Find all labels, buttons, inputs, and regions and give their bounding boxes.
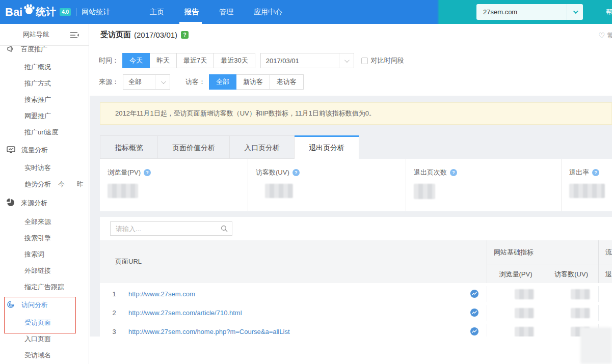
metric-help-icon[interactable]: ?	[292, 169, 300, 176]
baidu-tongji-logo[interactable]: Bai 统计 4.0 网站统计	[5, 0, 110, 24]
site-selector-chevron-box[interactable]	[567, 4, 583, 20]
table-row: 3 http://www.27sem.com/home.php?m=Course…	[100, 324, 612, 337]
censored-cell-value	[515, 327, 534, 337]
column-header-page-url: 页面URL	[100, 240, 487, 283]
sidebar-item-search-terms[interactable]: 搜索词	[0, 246, 89, 263]
trend-chart-icon[interactable]	[470, 327, 478, 337]
metric-uv: 访客数(UV)?	[248, 159, 406, 211]
page-url-link[interactable]: http://www.27sem.com	[128, 290, 195, 298]
time-option-last30days[interactable]: 最近30天	[214, 53, 255, 68]
metric-pv: 浏览量(PV)?	[100, 159, 248, 211]
product-name: 网站统计	[82, 8, 110, 17]
sidebar-item-network-promotion[interactable]: 网盟推广	[0, 108, 89, 124]
sidebar-item-label: 入口页面	[24, 334, 51, 344]
site-selector-value: 27sem.com	[476, 8, 567, 16]
censored-cell-value	[571, 289, 590, 299]
favorite-report-clipped[interactable]: ♡ 常	[598, 31, 612, 40]
pages-table: 页面URL 网站基础指标 浏览量(PV) 访客数(UV) 流量 退出	[100, 240, 612, 337]
site-selector-dropdown[interactable]: 27sem.com	[476, 4, 583, 20]
sidebar-item-label: 受访页面	[24, 318, 51, 327]
sidebar-item-all-sources[interactable]: 全部来源	[0, 214, 89, 230]
sidebar-item-trend-analysis[interactable]: 趋势分析 今 昨	[0, 176, 89, 192]
metric-exit-rate-label: 退出率	[569, 168, 589, 177]
time-option-today[interactable]: 今天	[122, 53, 150, 68]
sidebar-item-label: 趋势分析	[24, 180, 51, 189]
row-rank: 3	[100, 328, 128, 335]
sidebar-item-external-links[interactable]: 外部链接	[0, 263, 89, 279]
date-picker-chevron-box[interactable]	[339, 53, 354, 68]
row-rank: 1	[100, 290, 128, 298]
metric-help-icon[interactable]: ?	[144, 169, 151, 176]
collapse-menu-icon[interactable]	[70, 32, 79, 41]
sidebar-item-realtime-visitors[interactable]: 实时访客	[0, 160, 89, 176]
sidebar-item-ad-tracking[interactable]: 指定广告跟踪	[0, 279, 89, 295]
date-picker[interactable]: 2017/03/01	[260, 53, 354, 68]
sidebar-item-promotion-overview[interactable]: 推广概况	[0, 59, 89, 75]
censored-metric-value	[414, 184, 435, 199]
search-icon[interactable]	[217, 225, 232, 233]
metric-help-icon[interactable]: ?	[592, 169, 599, 176]
sidebar-section-source-analysis[interactable]: 来源分析	[0, 192, 89, 214]
time-filter-row: 时间： 今天 昨天 最近7天 最近30天 2017/03/01 对比时间段	[99, 53, 612, 68]
time-option-yesterday[interactable]: 昨天	[149, 53, 177, 68]
sidebar-section-visit-analysis[interactable]: 访问分析	[0, 295, 89, 315]
version-badge: 4.0	[60, 8, 71, 16]
nav-item-home[interactable]: 主页	[150, 8, 164, 17]
compare-period-checkbox[interactable]	[361, 58, 368, 64]
sidebar-section-traffic-analysis[interactable]: 流量分析	[0, 141, 89, 160]
metric-pv-label: 浏览量(PV)	[108, 168, 141, 177]
sidebar-item-visited-domains[interactable]: 受访域名	[0, 347, 89, 363]
trend-chart-icon[interactable]	[470, 309, 478, 318]
notice-text: 2012年11月1日起，受访页面新增访客数（UV）和IP数指标，11月1日前该指…	[115, 109, 376, 118]
sidebar-item-label: 推广url速度	[24, 128, 58, 137]
tab-entry-page[interactable]: 入口页分析	[230, 135, 295, 159]
nav-item-app-center[interactable]: 应用中心	[254, 8, 282, 17]
arcs-icon	[7, 300, 15, 310]
tab-page-value[interactable]: 页面价值分析	[158, 135, 230, 159]
logo-text-tongji: 统计	[36, 5, 56, 19]
sidebar-item-entry-pages[interactable]: 入口页面	[0, 331, 89, 347]
visitor-option-returning[interactable]: 老访客	[270, 74, 304, 90]
censored-metric-value	[265, 184, 293, 198]
sidebar-item-promotion-url-speed[interactable]: 推广url速度	[0, 124, 89, 141]
visitor-type-group: 全部 新访客 老访客	[209, 74, 304, 90]
metric-help-icon[interactable]: ?	[450, 169, 457, 176]
visitor-option-new[interactable]: 新访客	[236, 74, 270, 90]
column-header-uv: 访客数(UV)	[543, 265, 599, 283]
source-dropdown-chevron-box[interactable]	[155, 75, 170, 89]
sidebar-header: 网站导航	[0, 24, 89, 46]
logo-divider	[76, 8, 76, 16]
source-dropdown[interactable]: 全部	[123, 74, 170, 90]
page-url-link[interactable]: http://www.27sem.com/article/710.html	[128, 309, 242, 317]
page-help-icon[interactable]: ?	[181, 31, 189, 39]
tab-exit-page[interactable]: 退出页分析	[295, 135, 359, 159]
sidebar-item-label: 指定广告跟踪	[24, 283, 64, 292]
sidebar-item-baidu-promotion[interactable]: 百度推广	[0, 46, 89, 59]
page-header: 受访页面 (2017/03/01) ? ♡ 常	[90, 24, 612, 46]
sidebar-menu: 百度推广 推广概况 推广方式 搜索推广 网盟推广 推广url速度 流量分析 实时…	[0, 46, 89, 363]
group-header-label-clipped: 流量	[599, 240, 612, 265]
visitor-option-all[interactable]: 全部	[209, 74, 236, 90]
trend-quick-links[interactable]: 今 昨	[58, 180, 89, 189]
sidebar-item-search-promotion[interactable]: 搜索推广	[0, 92, 89, 108]
censored-cell-value	[515, 289, 534, 299]
time-option-last7days[interactable]: 最近7天	[176, 53, 214, 68]
search-input[interactable]	[111, 225, 217, 233]
page-url-link[interactable]: http://www.27sem.com/home.php?m=Course&a…	[128, 328, 290, 335]
tab-metric-overview[interactable]: 指标概览	[100, 135, 158, 159]
sidebar-item-label: 外部链接	[24, 266, 51, 275]
sidebar-item-search-engines[interactable]: 搜索引擎	[0, 230, 89, 246]
trend-chart-icon[interactable]	[470, 290, 478, 299]
nav-item-manage[interactable]: 管理	[219, 8, 233, 17]
date-picker-value: 2017/03/01	[261, 57, 304, 65]
compare-period-control[interactable]: 对比时间段	[361, 56, 404, 65]
sidebar-item-visited-pages[interactable]: 受访页面	[0, 315, 89, 331]
censored-region	[580, 327, 612, 364]
source-filter-label: 来源：	[99, 77, 119, 87]
source-visitor-filter-row: 来源： 全部 访客： 全部 新访客 老访客	[99, 74, 612, 90]
monitor-chart-icon	[7, 146, 15, 155]
table-toolbar	[100, 217, 612, 240]
help-link-clipped[interactable]: 帮	[606, 8, 612, 17]
nav-item-report[interactable]: 报告	[184, 8, 199, 17]
sidebar-item-promotion-method[interactable]: 推广方式	[0, 75, 89, 92]
